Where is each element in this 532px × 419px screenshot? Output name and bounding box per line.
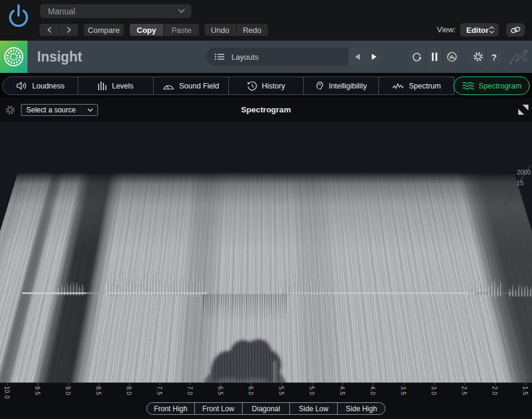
- time-tick-label: 3.0: [430, 386, 437, 395]
- loop-button[interactable]: [408, 48, 426, 66]
- time-tick-label: 10.0: [4, 386, 10, 399]
- paste-button[interactable]: Paste: [163, 24, 199, 36]
- gear-icon: [473, 51, 484, 62]
- spectral-fuzz: [203, 294, 287, 322]
- tab-label: Sound Field: [179, 82, 219, 90]
- link-icon: [510, 26, 521, 34]
- tab-label: History: [262, 82, 285, 90]
- time-tick-label: 2.5: [461, 386, 467, 395]
- freq-axis-label: 2000: [517, 169, 531, 176]
- view-diagonal-button[interactable]: Diagonal: [242, 403, 290, 414]
- iris-swirl-icon: [3, 46, 25, 68]
- help-button[interactable]: ?: [486, 48, 502, 66]
- link-controls-button[interactable]: [506, 23, 525, 36]
- view-label: View:: [437, 25, 456, 34]
- history-clock-icon: [247, 81, 257, 91]
- layout-next-button[interactable]: [366, 48, 383, 66]
- chevron-down-icon: [178, 9, 185, 13]
- freq-axis-label: 15: [516, 179, 524, 186]
- view-mode-select[interactable]: Editor: [460, 23, 499, 36]
- time-tick-label: 6.5: [217, 386, 224, 395]
- back-triangle-icon: [354, 53, 360, 60]
- time-tick-label: 8.0: [126, 386, 132, 395]
- app-title: Insight: [37, 41, 82, 73]
- copy-paste-group: Copy Paste: [130, 24, 199, 36]
- time-tick-label: 9.5: [34, 386, 41, 395]
- waveform-icon: [392, 82, 404, 90]
- time-axis: 10.0 9.5 9.0 8.5 8.0 7.5 7.0 6.5 6.0 5.5…: [0, 383, 532, 399]
- list-icon: [215, 53, 224, 60]
- time-tick-label: 5.5: [278, 386, 285, 395]
- tab-history[interactable]: History: [228, 77, 304, 95]
- time-tick-label: 9.0: [65, 386, 71, 395]
- host-toolbar: Manual Compare Copy Paste Undo Redo View…: [0, 0, 532, 41]
- spectral-energy-blob: [184, 328, 306, 383]
- scribble-logo-icon[interactable]: [507, 47, 531, 68]
- pause-icon: [432, 53, 438, 61]
- meter-tabbar: Loudness Levels Sound Field: [0, 73, 532, 98]
- layout-prev-button[interactable]: [349, 48, 365, 66]
- tab-label: Spectrum: [409, 82, 441, 90]
- time-tick-label: 7.5: [156, 386, 163, 395]
- tab-intelligibility[interactable]: Intelligibility: [303, 77, 379, 95]
- spectrogram-subheader: Select a source Spectrogram: [0, 98, 532, 122]
- layouts-menu[interactable]: Layouts: [206, 48, 348, 66]
- view-stepper-icon: [489, 26, 494, 33]
- plugin-header: Insight Layouts: [0, 41, 532, 73]
- transport-group: [408, 48, 460, 66]
- undo-button[interactable]: Undo: [204, 24, 236, 36]
- time-tick-label: 4.0: [369, 386, 376, 395]
- time-tick-label: 2.0: [491, 386, 498, 395]
- preset-value: Manual: [40, 7, 178, 16]
- copy-button[interactable]: Copy: [130, 24, 163, 36]
- time-tick-label: 4.5: [339, 386, 346, 395]
- undo-redo-group: Undo Redo: [204, 24, 268, 36]
- view-preset-group: Front High Front Low Diagonal Side Low S…: [146, 402, 386, 415]
- redo-button[interactable]: Redo: [236, 24, 268, 36]
- view-front-low-button[interactable]: Front Low: [194, 403, 242, 414]
- panel-title: Spectrogram: [0, 105, 532, 114]
- view-front-high-button[interactable]: Front High: [147, 403, 194, 414]
- gauge-icon: [163, 82, 175, 90]
- tab-loudness[interactable]: Loudness: [2, 77, 78, 95]
- izotope-logo: [0, 41, 27, 73]
- reset-meters-button[interactable]: [442, 48, 460, 66]
- chevron-right-icon: [67, 27, 71, 33]
- tab-label: Levels: [112, 82, 133, 90]
- time-tick-label: 5.0: [308, 386, 315, 395]
- view-mode-value: Editor: [460, 26, 489, 35]
- view-side-high-button[interactable]: Side High: [337, 403, 385, 414]
- view-side-low-button[interactable]: Side Low: [289, 403, 337, 414]
- spectrogram-display[interactable]: 2000 15: [0, 122, 532, 383]
- preset-next-button[interactable]: [59, 24, 78, 36]
- time-tick-label: 6.0: [247, 386, 254, 395]
- pause-button[interactable]: [426, 48, 442, 66]
- meter-tabs: Loudness Levels Sound Field: [2, 77, 530, 95]
- level-bars-icon: [97, 81, 107, 90]
- view-preset-bar: Front High Front Low Diagonal Side Low S…: [0, 399, 532, 419]
- insight-plugin-window: Manual Compare Copy Paste Undo Redo View…: [0, 0, 532, 419]
- tab-sound-field[interactable]: Sound Field: [153, 77, 229, 95]
- tab-label: Spectrogram: [479, 82, 522, 90]
- preset-select[interactable]: Manual: [40, 4, 191, 18]
- time-tick-label: 1.5: [522, 386, 528, 395]
- speaker-icon: [16, 81, 27, 90]
- time-tick-label: 7.0: [186, 386, 193, 395]
- settings-button[interactable]: [470, 48, 486, 66]
- preset-prev-button[interactable]: [39, 24, 59, 36]
- settings-help-group: ?: [470, 48, 502, 66]
- loop-icon: [412, 52, 422, 62]
- tab-spectrum[interactable]: Spectrum: [378, 77, 454, 95]
- layouts-control: Layouts: [206, 48, 383, 66]
- waves-icon: [462, 81, 474, 90]
- layouts-label: Layouts: [231, 53, 259, 62]
- ear-icon: [316, 81, 324, 91]
- preset-nav-group: [39, 24, 78, 36]
- compare-button[interactable]: Compare: [84, 24, 124, 36]
- tab-levels[interactable]: Levels: [78, 77, 154, 95]
- expand-icon[interactable]: [518, 105, 528, 115]
- chevron-left-icon: [47, 27, 51, 33]
- power-icon[interactable]: [6, 3, 31, 30]
- tab-spectrogram[interactable]: Spectrogram: [454, 77, 530, 95]
- tab-label: Loudness: [32, 82, 65, 90]
